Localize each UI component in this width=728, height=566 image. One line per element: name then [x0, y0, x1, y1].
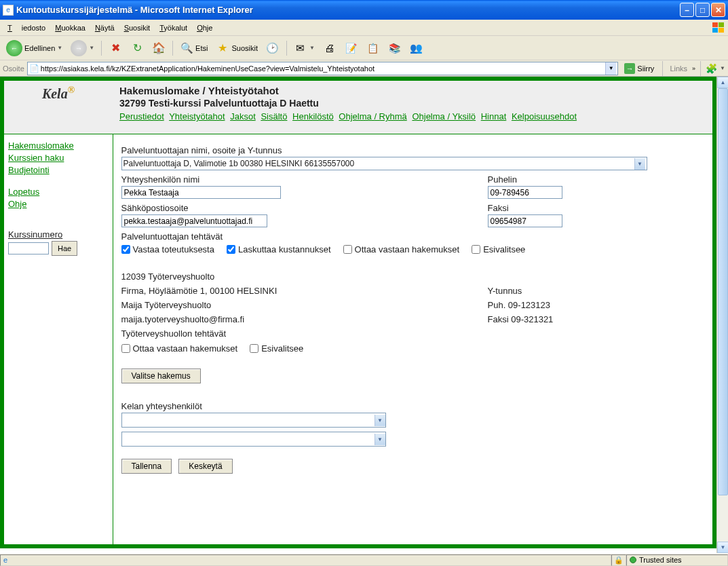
svg-rect-2	[712, 28, 718, 33]
menu-edit[interactable]: Muokkaa	[50, 22, 90, 34]
chk-esivalitsee[interactable]: Esivalitsee	[472, 244, 525, 254]
close-button[interactable]: ✕	[711, 3, 725, 17]
address-bar: Osoite 📄 ▼ → Siirry Links » 🧩 ▼	[0, 60, 728, 77]
sidebar-hakemuslomake[interactable]: Hakemuslomake	[8, 140, 109, 152]
chk-laskuttaa[interactable]: Laskuttaa kustannukset	[227, 244, 331, 254]
chk-ottaa-box[interactable]	[343, 245, 352, 254]
refresh-button[interactable]: ↻	[127, 39, 147, 57]
tab-yhteistyotahot[interactable]: Yhteistyötahot	[169, 111, 225, 121]
fax-label: Faksi	[488, 203, 705, 213]
info-fax: Faksi 09-321321	[488, 312, 554, 326]
status-lock: 🔒	[611, 554, 626, 566]
research-button[interactable]: 📚	[385, 39, 405, 57]
messenger-button[interactable]: 👥	[406, 39, 427, 57]
history-button[interactable]: 🕑	[263, 39, 283, 57]
extension-dropdown[interactable]: ▼	[720, 65, 725, 71]
stop-button[interactable]: ✖	[105, 39, 126, 57]
menu-help[interactable]: Ohje	[192, 22, 217, 34]
address-dropdown[interactable]: ▼	[605, 62, 616, 75]
ie-page-icon: e	[3, 5, 14, 16]
toolbar: ← Edellinen ▼ → ▼ ✖ ↻ 🏠 🔍Etsi ★Suosikit …	[0, 36, 728, 60]
extension-icon[interactable]: 🧩	[706, 63, 717, 74]
chk-laskuttaa-box[interactable]	[227, 245, 235, 254]
maximize-button[interactable]: □	[695, 3, 710, 17]
links-chevron-icon[interactable]: »	[692, 65, 695, 72]
sidebar-ohje[interactable]: Ohje	[8, 198, 109, 210]
favorites-button[interactable]: ★Suosikit	[212, 39, 261, 57]
kelan-select-2[interactable]: ▼	[121, 432, 386, 447]
chk-vastaa-box[interactable]	[121, 245, 130, 254]
trusted-label: Trusted sites	[639, 556, 682, 564]
vertical-scrollbar[interactable]: ▲ ▼	[716, 77, 728, 553]
tab-hinnat[interactable]: Hinnat	[481, 111, 507, 121]
hae-button[interactable]: Hae	[52, 241, 77, 256]
contact-name-input[interactable]	[121, 186, 281, 199]
lock-icon: 🔒	[614, 556, 624, 565]
scroll-thumb[interactable]	[718, 88, 728, 495]
scroll-up-button[interactable]: ▲	[717, 77, 728, 88]
fax-input[interactable]	[488, 214, 562, 227]
home-button[interactable]: 🏠	[149, 39, 169, 57]
mail-button[interactable]: ✉▼	[290, 39, 318, 57]
search-label: Etsi	[195, 44, 208, 52]
svg-rect-0	[712, 22, 718, 27]
tth-chk-ottaa[interactable]: Ottaa vastaan hakemukset	[121, 343, 238, 354]
tab-sisalto[interactable]: Sisältö	[261, 111, 287, 121]
scroll-down-button[interactable]: ▼	[717, 542, 728, 553]
tab-perustiedot[interactable]: Perustiedot	[119, 111, 164, 121]
page-subtitle: 32799 Testi-kurssi Palveluntuottaja D Ha…	[119, 98, 706, 109]
address-input[interactable]	[41, 64, 606, 73]
valitse-hakemus-button[interactable]: Valitse hakemus	[121, 369, 201, 383]
discuss-button[interactable]: 📋	[363, 39, 383, 57]
edit-button[interactable]: 📝	[341, 39, 362, 57]
chevron-down-icon: ▼	[375, 434, 385, 445]
email-input[interactable]	[121, 214, 267, 227]
chk-ottaa[interactable]: Ottaa vastaan hakemukset	[343, 244, 460, 254]
tth-chk-ottaa-box[interactable]	[121, 344, 130, 353]
tab-henkilosto[interactable]: Henkilöstö	[292, 111, 334, 121]
back-button[interactable]: ← Edellinen ▼	[3, 38, 66, 58]
print-button[interactable]: 🖨	[320, 39, 340, 57]
menu-tools[interactable]: Työkalut	[155, 22, 192, 34]
chk-esivalitsee-box[interactable]	[472, 245, 480, 254]
forward-button[interactable]: → ▼	[67, 38, 98, 58]
status-zone: Trusted sites	[626, 554, 728, 566]
sidebar-kurssien-haku[interactable]: Kurssien haku	[8, 152, 109, 164]
minimize-button[interactable]: –	[680, 3, 694, 17]
menu-favorites[interactable]: Suosikit	[119, 22, 155, 34]
menu-view[interactable]: Näytä	[90, 22, 119, 34]
phone-input[interactable]	[488, 186, 562, 199]
svg-rect-3	[719, 28, 724, 33]
svg-rect-1	[719, 22, 724, 27]
menu-file[interactable]: Tiedosto	[3, 22, 50, 34]
go-arrow-icon: →	[624, 63, 635, 74]
tab-ohjelma-yksilo[interactable]: Ohjelma / Yksilö	[412, 111, 476, 121]
sidebar-lopetus[interactable]: Lopetus	[8, 186, 109, 198]
tallenna-button[interactable]: Tallenna	[121, 459, 172, 474]
kelan-select-1[interactable]: ▼	[121, 413, 386, 428]
logo: Kela®	[4, 81, 113, 134]
info-email: maija.tyoterveyshuolto@firma.fi	[121, 312, 488, 326]
chk-vastaa[interactable]: Vastaa toteutuksesta	[121, 244, 214, 254]
go-button[interactable]: → Siirry	[621, 62, 657, 75]
provider-select[interactable]: Palveluntuottaja D, Valimotie 1b 00380 H…	[121, 157, 647, 170]
page-icon: 📄	[29, 64, 39, 73]
keskeyta-button[interactable]: Keskeytä	[178, 459, 232, 474]
tab-kelpoisuusehdot[interactable]: Kelpoisuusehdot	[512, 111, 577, 121]
tth-chk-esivalitsee[interactable]: Esivalitsee	[250, 343, 303, 354]
tth-chk-esivalitsee-box[interactable]	[250, 344, 258, 353]
page-title: Hakemuslomake / Yhteistyötahot	[119, 85, 706, 96]
status-bar: e 🔒 Trusted sites	[0, 553, 728, 566]
links-label[interactable]: Links	[668, 64, 689, 73]
kurssinumero-input[interactable]	[8, 242, 49, 254]
kelan-label: Kelan yhteyshenkilöt	[121, 401, 705, 411]
tab-jaksot[interactable]: Jaksot	[230, 111, 256, 121]
main-content: Palveluntuottajan nimi, osoite ja Y-tunn…	[113, 134, 712, 544]
tab-ohjelma-ryhma[interactable]: Ohjelma / Ryhmä	[339, 111, 406, 121]
search-button[interactable]: 🔍Etsi	[176, 39, 211, 57]
tasks-label: Palveluntuottajan tehtävät	[121, 231, 705, 242]
info-phone: Puh. 09-123123	[488, 298, 551, 312]
info-contact: Maija Työterveyshuolto	[121, 298, 488, 312]
sidebar-budjetointi[interactable]: Budjetointi	[8, 164, 109, 176]
email-label: Sähköpostiosoite	[121, 203, 488, 213]
